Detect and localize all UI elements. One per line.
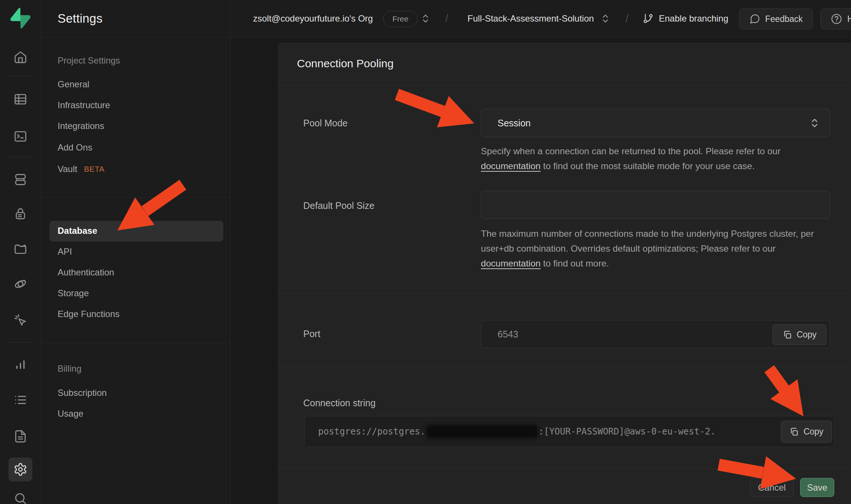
realtime-orbit-icon [13,277,27,291]
icon-rail [0,0,41,504]
nav-auth-button[interactable] [9,202,32,226]
footer-divider [278,469,851,469]
nav-settings-button[interactable] [9,458,32,481]
sidebar-item-authentication[interactable]: Authentication [58,262,114,283]
sidebar-item-integrations[interactable]: Integrations [58,116,104,136]
documentation-link[interactable]: documentation [481,161,541,171]
copy-icon [789,427,799,437]
redacted-blur [426,425,538,438]
settings-sidebar: Settings Project Settings General Infras… [41,0,231,504]
settings-gear-icon [13,462,27,476]
pool-mode-value: Session [498,118,531,129]
connection-string-suffix: :[YOUR-PASSWORD]@aws-0-eu-west-2. [538,426,716,437]
sql-editor-icon [13,129,27,143]
save-button[interactable]: Save [800,478,834,497]
advisors-pointer-icon [13,313,27,327]
feedback-button[interactable]: Feedback [739,9,813,29]
nav-storage-button[interactable] [9,237,32,261]
nav-search-button[interactable] [9,487,32,504]
page-title: Settings [58,0,103,37]
rail-divider [7,76,34,76]
default-pool-size-help: The maximum number of connections made t… [481,226,838,271]
connection-pooling-card: Connection Pooling Pool Mode Session Spe… [278,43,851,504]
pool-mode-label: Pool Mode [303,116,348,130]
database-icon [13,172,27,187]
breadcrumb-separator: / [445,0,448,37]
plan-badge: Free [383,11,418,27]
top-bar: zsolt@codeyourfuture.io's Org Free / Ful… [231,0,851,38]
sidebar-item-usage[interactable]: Usage [58,403,83,424]
beta-badge: BETA [84,165,104,174]
project-breadcrumb[interactable]: Full-Stack-Assessment-Solution [467,0,594,37]
rail-divider [7,157,34,157]
enable-branching-button[interactable]: Enable branching [659,0,728,37]
port-copy-button[interactable]: Copy [773,324,826,345]
storage-folder-icon [13,242,27,256]
pool-mode-select[interactable]: Session [481,109,830,137]
divider [278,293,851,293]
help-circle-icon [831,13,842,25]
project-switcher[interactable] [600,0,611,37]
sidebar-item-storage[interactable]: Storage [58,283,89,304]
table-editor-icon [13,92,27,106]
git-branch-icon [643,13,654,24]
sidebar-item-add-ons[interactable]: Add Ons [58,137,92,158]
org-switcher[interactable] [420,0,431,37]
default-pool-size-input[interactable] [481,191,830,219]
sidebar-item-infrastructure[interactable]: Infrastructure [58,95,110,116]
nav-database-button[interactable] [9,168,32,191]
nav-table-editor-button[interactable] [9,87,32,111]
chevrons-up-down-icon [600,13,611,24]
port-label: Port [303,326,320,341]
home-icon [13,50,27,64]
nav-api-docs-button[interactable] [9,424,32,448]
branch-icon-wrap [643,0,654,37]
chevrons-up-down-icon [420,13,431,24]
api-docs-file-icon [13,429,27,443]
sidebar-item-subscription[interactable]: Subscription [58,382,107,403]
org-breadcrumb[interactable]: zsolt@codeyourfuture.io's Org [253,0,373,37]
auth-lock-icon [13,207,27,221]
nav-realtime-button[interactable] [9,272,32,296]
sidebar-heading-project-settings: Project Settings [58,50,120,71]
nav-sql-editor-button[interactable] [9,125,32,148]
section-title: Connection Pooling [297,57,394,70]
help-button[interactable]: Help [821,9,851,29]
connection-string-copy-button[interactable]: Copy [781,421,832,443]
divider [41,37,230,38]
sidebar-item-edge-functions[interactable]: Edge Functions [58,304,120,324]
logs-list-icon [13,393,27,407]
sidebar-item-general[interactable]: General [58,74,89,95]
divider [41,343,230,343]
supabase-logo[interactable] [10,8,30,29]
connection-string-box: postgres://postgres.:[YOUR-PASSWORD]@aws… [304,416,835,447]
connection-string-prefix: postgres://postgres. [318,426,426,437]
divider [278,366,851,367]
port-value: 6543 [498,329,518,340]
supabase-bolt-icon [20,15,30,29]
pool-mode-help: Specify when a connection can be returne… [481,144,838,174]
copy-icon [783,330,792,340]
documentation-link[interactable]: documentation [481,258,541,268]
nav-reports-button[interactable] [9,352,32,375]
default-pool-size-label: Default Pool Size [303,198,375,213]
divider [41,197,230,198]
chevrons-up-down-icon [809,117,820,129]
nav-home-button[interactable] [9,45,32,69]
reports-chart-icon [13,356,27,371]
sidebar-item-api[interactable]: API [58,241,72,262]
sidebar-item-database[interactable]: Database [58,220,97,241]
rail-divider [7,342,34,343]
sidebar-heading-billing: Billing [58,358,81,379]
main-content: Connection Pooling Pool Mode Session Spe… [231,38,851,504]
connection-string-label: Connection string [303,395,376,410]
breadcrumb-separator: / [625,0,628,37]
nav-advisors-button[interactable] [9,308,32,332]
cancel-button[interactable]: Cancel [750,478,794,497]
divider [278,85,851,85]
search-icon [13,491,27,504]
sidebar-item-vault[interactable]: Vault BETA [58,159,104,180]
speech-bubble-icon [749,13,760,25]
nav-logs-button[interactable] [9,388,32,412]
